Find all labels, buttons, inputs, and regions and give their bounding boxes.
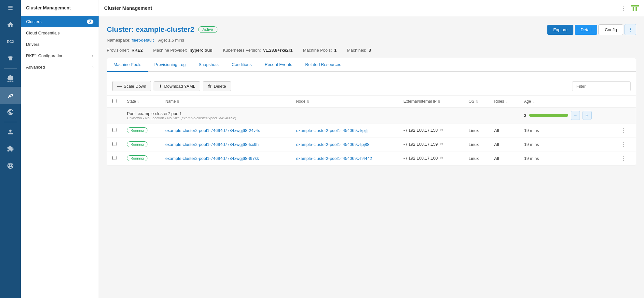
row3-roles: All [489, 151, 519, 165]
detail-button[interactable]: Detail [575, 25, 597, 35]
machines-value: 3 [369, 48, 371, 53]
k8s-version-key: Kubernetes Version: [223, 48, 261, 53]
row3-node-link[interactable]: example-cluster2-pool1-f454069c-h4442 [296, 156, 372, 161]
cluster-actions: Explore Detail Config ⋮ [547, 24, 636, 35]
tab-machine-pools-label: Machine Pools [114, 62, 141, 67]
pool-checkbox-cell [107, 108, 122, 123]
tabs: Machine Pools Provisioning Log Snapshots… [107, 58, 636, 72]
nav-cluster-icon[interactable] [0, 87, 21, 104]
row2-os: Linux [463, 137, 489, 151]
row2-copy-icon[interactable]: ⧉ [440, 142, 445, 147]
explore-button[interactable]: Explore [547, 25, 573, 35]
table-row: Running example-cluster2-pool1-74694d778… [107, 123, 636, 137]
tab-machine-pools[interactable]: Machine Pools [107, 58, 148, 72]
tab-conditions-label: Conditions [232, 62, 252, 67]
row2-name-link[interactable]: example-cluster2-pool1-74694d7784xwgj68-… [165, 142, 259, 147]
row3-checkbox[interactable] [112, 156, 116, 160]
nav-extensions-icon[interactable] [0, 140, 21, 157]
sidebar-item-cloud-credentials-label: Cloud Credentials [26, 31, 60, 35]
nav-home-icon[interactable] [0, 16, 21, 33]
download-icon: ⬇ [158, 84, 162, 89]
row1-name-link[interactable]: example-cluster2-pool1-74694d7784xwgj68-… [165, 128, 260, 133]
row2-node-link[interactable]: example-cluster2-pool1-f454069c-tpj88 [296, 142, 369, 147]
sidebar-clusters-badge: 2 [87, 19, 93, 24]
nav-marketplace-icon[interactable] [0, 157, 21, 174]
namespace-link[interactable]: fleet-default [132, 38, 154, 43]
download-yaml-button[interactable]: ⬇ Download YAML [154, 81, 200, 91]
machine-provider-value: hypercloud [190, 48, 212, 53]
cluster-name: example-cluster2 [136, 25, 194, 33]
row1-checkbox-cell [107, 123, 122, 137]
nav-user-icon[interactable] [0, 123, 21, 140]
col-age[interactable]: Age ⇅ [519, 96, 615, 108]
sidebar-item-clusters[interactable]: Clusters 2 [21, 16, 99, 27]
provisioner-label: Provisioner: RKE2 [107, 48, 143, 53]
tab-conditions[interactable]: Conditions [225, 58, 258, 72]
row3-ip-value: - / 192.168.17.160 [404, 156, 438, 161]
sidebar-item-drivers[interactable]: Drivers [21, 39, 99, 50]
pool-increase-button[interactable]: + [582, 111, 592, 120]
row2-state: Running [122, 137, 160, 151]
pool-sub: Unknown - No Location / No Size (example… [127, 116, 514, 120]
row3-state: Running [122, 151, 160, 165]
config-button[interactable]: Config [598, 24, 623, 35]
hamburger-button[interactable]: ☰ [0, 0, 21, 16]
sidebar-item-rke1[interactable]: RKE1 Configuration › [21, 50, 99, 61]
row3-node: example-cluster2-pool1-f454069c-h4442 [291, 151, 398, 165]
row3-menu-icon[interactable]: ⋮ [621, 155, 627, 162]
tab-snapshots[interactable]: Snapshots [192, 58, 225, 72]
row2-checkbox-cell [107, 137, 122, 151]
delete-button[interactable]: 🗑 Delete [203, 81, 231, 91]
col-state[interactable]: State ⇅ [122, 96, 160, 108]
col-roles[interactable]: Roles ⇅ [489, 96, 519, 108]
row2-ip-value: - / 192.168.17.159 [404, 142, 438, 147]
row3-copy-icon[interactable]: ⧉ [440, 156, 445, 161]
more-actions-button[interactable]: ⋮ [624, 24, 636, 35]
tab-provisioning-log[interactable]: Provisioning Log [148, 58, 192, 72]
table-header: State ⇅ Name ⇅ Node ⇅ External/Inte [107, 96, 636, 108]
content-area: Cluster: example-cluster2 Active Explore… [99, 16, 644, 298]
topbar-menu-icon[interactable]: ⋮ [621, 4, 627, 12]
sidebar-item-rke1-label: RKE1 Configuration [26, 53, 63, 58]
tab-recent-events[interactable]: Recent Events [258, 58, 299, 72]
topbar-right: ⋮ [621, 4, 639, 12]
row2-node: example-cluster2-pool1-f454069c-tpj88 [291, 137, 398, 151]
filter-input[interactable] [572, 81, 631, 91]
select-all-checkbox[interactable] [112, 99, 116, 103]
row2-menu-icon[interactable]: ⋮ [621, 141, 627, 148]
tab-recent-events-label: Recent Events [265, 62, 292, 67]
row1-copy-icon[interactable]: ⧉ [440, 128, 445, 133]
nav-fleet-icon[interactable] [0, 70, 21, 87]
row2-name: example-cluster2-pool1-74694d7784xwgj68-… [160, 137, 291, 151]
col-ip[interactable]: External/Internal IP ⇅ [398, 96, 463, 108]
age-sort-icon: ⇅ [532, 100, 535, 103]
row1-menu-icon[interactable]: ⋮ [621, 127, 627, 134]
row2-checkbox[interactable] [112, 142, 116, 146]
nav-node-driver-icon[interactable] [0, 50, 21, 67]
row1-node-link[interactable]: example-cluster2-pool1-f454069c-kpjlj [296, 128, 368, 133]
sidebar-item-cloud-credentials[interactable]: Cloud Credentials [21, 27, 99, 39]
col-os[interactable]: OS ⇅ [463, 96, 489, 108]
col-name-label: Name [165, 99, 176, 104]
row1-node: example-cluster2-pool1-f454069c-kpjlj [291, 123, 398, 137]
info-row: Provisioner: RKE2 Machine Provider: hype… [107, 48, 636, 53]
sidebar-item-advanced[interactable]: Advanced › [21, 61, 99, 73]
row1-actions: ⋮ [616, 123, 636, 137]
row3-name-link[interactable]: example-cluster2-pool1-74694d7784xwgj68-… [165, 156, 259, 161]
row1-roles: All [489, 123, 519, 137]
col-name[interactable]: Name ⇅ [160, 96, 291, 108]
scale-down-label: Scale Down [124, 84, 146, 89]
tab-related-resources[interactable]: Related Resources [299, 58, 348, 72]
col-node[interactable]: Node ⇅ [291, 96, 398, 108]
machines-key: Machines: [347, 48, 366, 53]
row3-ip: - / 192.168.17.160 ⧉ [398, 151, 463, 165]
row1-checkbox[interactable] [112, 128, 116, 132]
pool-progress-bar [529, 114, 568, 117]
pool-decrease-button[interactable]: − [571, 111, 580, 120]
logo-leg-right [636, 7, 637, 11]
nav-global-icon[interactable] [0, 104, 21, 121]
scale-down-button[interactable]: — Scale Down [112, 81, 151, 91]
pool-name: Pool: example-cluster2-pool1 [127, 111, 514, 116]
nav-ec2-icon[interactable]: EC2 [0, 33, 21, 50]
machines-label: Machines: 3 [347, 48, 371, 53]
